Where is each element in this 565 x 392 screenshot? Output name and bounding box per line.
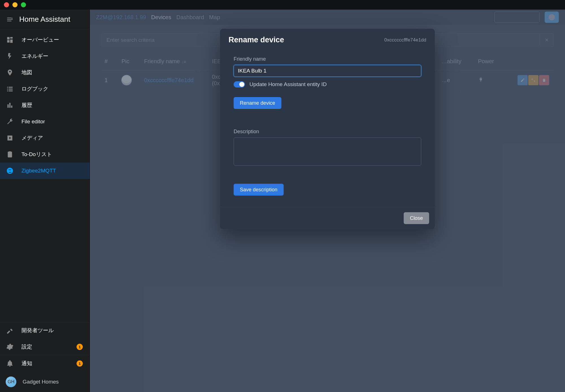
- sidebar-item-energy[interactable]: エネルギー: [0, 48, 90, 64]
- sidebar-item-overview[interactable]: オーバービュー: [0, 32, 90, 48]
- sidebar-item-label: メディア: [21, 134, 43, 142]
- sidebar-item-map[interactable]: 地図: [0, 64, 90, 81]
- sidebar-item-label: エネルギー: [21, 52, 48, 60]
- sidebar-item-label: File editor: [21, 119, 45, 125]
- wrench-icon: [6, 118, 14, 125]
- map-icon: [6, 69, 14, 76]
- sidebar-header: Home Assistant: [0, 10, 90, 29]
- bolt-icon: [6, 52, 14, 60]
- sidebar-item-label: ログブック: [21, 85, 48, 93]
- sidebar-item-label: 通知: [21, 360, 32, 367]
- minimize-window-icon[interactable]: [12, 2, 18, 7]
- chart-icon: [6, 102, 14, 109]
- sidebar-item-devtools[interactable]: 開発者ツール: [0, 322, 90, 339]
- save-description-button[interactable]: Save description: [234, 184, 284, 196]
- sidebar-item-notify[interactable]: 通知 1: [0, 355, 90, 372]
- gear-icon: [6, 343, 14, 351]
- rename-device-modal: Rename device 0xccccccfffe74e1dd Friendl…: [220, 29, 435, 229]
- rename-device-button[interactable]: Rename device: [234, 97, 281, 109]
- description-textarea[interactable]: [234, 137, 421, 166]
- update-entity-toggle[interactable]: [234, 81, 245, 87]
- close-modal-button[interactable]: Close: [404, 212, 429, 224]
- sidebar-item-label: 設定: [21, 343, 32, 351]
- sidebar-item-settings[interactable]: 設定 1: [0, 339, 90, 355]
- sidebar-item-media[interactable]: メディア: [0, 130, 90, 146]
- sidebar-item-label: Zigbee2MQTT: [21, 168, 56, 174]
- settings-badge: 1: [77, 344, 83, 350]
- close-window-icon[interactable]: [4, 2, 9, 7]
- sidebar-item-label: オーバービュー: [21, 36, 59, 43]
- avatar: GH: [6, 376, 16, 387]
- sidebar-item-file-editor[interactable]: File editor: [0, 113, 90, 130]
- update-entity-label: Update Home Assistant entity ID: [249, 81, 327, 87]
- sidebar-user[interactable]: GH Gadget Homes: [0, 372, 90, 392]
- sidebar-item-z2m[interactable]: Zigbee2MQTT: [0, 163, 90, 179]
- play-icon: [6, 134, 14, 142]
- notify-badge: 1: [77, 360, 83, 367]
- friendly-name-label: Friendly name: [234, 56, 421, 62]
- sidebar-item-todo[interactable]: To-Doリスト: [0, 146, 90, 163]
- modal-title: Rename device: [229, 36, 284, 44]
- window-titlebar: [0, 0, 565, 10]
- zigbee-icon: [6, 167, 14, 174]
- maximize-window-icon[interactable]: [21, 2, 26, 7]
- user-name: Gadget Homes: [23, 379, 59, 385]
- clipboard-icon: [6, 151, 14, 158]
- app-title: Home Assistant: [19, 15, 70, 24]
- sidebar-item-label: 地図: [21, 69, 32, 76]
- sidebar: Home Assistant オーバービュー エネルギー 地図 ログブック: [0, 10, 90, 392]
- menu-icon[interactable]: [6, 16, 14, 23]
- dashboard-icon: [6, 36, 14, 43]
- hammer-icon: [6, 327, 14, 334]
- modal-device-id: 0xccccccfffe74e1dd: [384, 37, 426, 43]
- sidebar-item-history[interactable]: 履歴: [0, 97, 90, 113]
- list-icon: [6, 85, 14, 93]
- sidebar-item-label: To-Doリスト: [21, 151, 52, 158]
- description-label: Description: [234, 129, 421, 135]
- bell-icon: [6, 360, 14, 367]
- sidebar-item-logbook[interactable]: ログブック: [0, 81, 90, 97]
- main: Z2M@192.168.1.99 Devices Dashboard Map E…: [90, 10, 565, 392]
- sidebar-item-label: 履歴: [21, 102, 32, 109]
- sidebar-item-label: 開発者ツール: [21, 327, 54, 334]
- friendly-name-input[interactable]: [234, 65, 421, 77]
- svg-point-0: [7, 168, 13, 174]
